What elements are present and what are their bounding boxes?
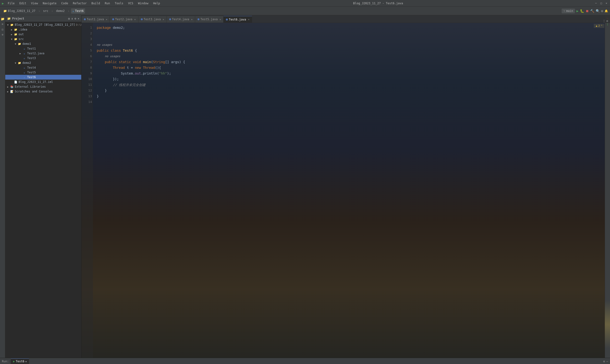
tabs-bar: Test1.java ✕ Test2.java ✕ Test3.java ✕ T… xyxy=(81,15,610,23)
tree-item-test5[interactable]: ▶ ☕ Test5 xyxy=(5,70,81,75)
tree-label-idea: .idea xyxy=(19,28,27,31)
tab-run-close[interactable]: ✕ xyxy=(25,360,27,363)
tab-close-test1[interactable]: ✕ xyxy=(106,18,107,21)
menu-navigate[interactable]: Navigate xyxy=(41,1,58,5)
tree-path: D:\ProjectJAVA\ xyxy=(76,23,81,26)
tree-item-test3[interactable]: ▶ ☕ Test3 xyxy=(5,56,81,61)
nav-bar: 📁 Blog_J2023_11_27 › src › demo2 › ☕ Tes… xyxy=(0,7,610,15)
tree-item-iml[interactable]: ▶ 📄 Blog_J2023_11_27.iml xyxy=(5,79,81,84)
code-line-9: System. out .println( "hh" ); xyxy=(97,70,606,76)
stop-button[interactable]: ⏹ xyxy=(585,9,589,13)
tab-close-test2[interactable]: ✕ xyxy=(134,18,136,21)
tree-item-idea[interactable]: ▶ 📁 .idea xyxy=(5,27,81,32)
menu-view[interactable]: View xyxy=(29,1,40,5)
tab-close-test3[interactable]: ✕ xyxy=(163,18,164,21)
tree-arrow-extlib: ▶ xyxy=(7,86,10,88)
search-icon[interactable]: 🔍 xyxy=(596,9,600,13)
project-icon-scope[interactable]: ◎ xyxy=(68,17,70,20)
minimize-button[interactable]: ─ xyxy=(594,2,597,5)
extlib-icon: 📚 xyxy=(10,85,14,89)
code-area: ▲ 2 ⌃ Test1.java ✕ Test2.java ✕ Test3.ja… xyxy=(81,15,610,358)
warning-indicator[interactable]: ▲ 2 ⌃ xyxy=(594,24,604,28)
bottom-settings-icon[interactable]: ⚙ xyxy=(603,360,605,363)
tab-test3[interactable]: Test3.java ✕ xyxy=(138,16,167,23)
menu-edit[interactable]: Edit xyxy=(17,1,28,5)
tab-overflow-icon[interactable]: ⋮ xyxy=(603,19,606,23)
tree-item-demo2[interactable]: ▼ 📁 demo2 xyxy=(5,61,81,65)
tab-test5[interactable]: Test5.java ✕ xyxy=(195,16,223,23)
menu-file[interactable]: File xyxy=(6,1,16,5)
code-println-end: ); xyxy=(167,70,171,76)
nav-tab-file[interactable]: ☕ Test6 xyxy=(71,8,85,13)
title-bar: ▶ File Edit View Navigate Code Refactor … xyxy=(0,0,610,7)
tree-item-src[interactable]: ▼ 📁 src xyxy=(5,37,81,41)
tree-item-test1[interactable]: ▶ ☕ Test1 xyxy=(5,46,81,51)
tab-test4[interactable]: Test4.java ✕ xyxy=(167,16,195,23)
menu-run[interactable]: Run xyxy=(103,1,112,5)
tree-item-test2[interactable]: ▶ ☕ Test2.java xyxy=(5,51,81,56)
nav-project-icon[interactable]: 📁 Blog_J2023_11_27 xyxy=(2,8,37,13)
tree-item-demo1[interactable]: ▼ 📁 demo1 xyxy=(5,41,81,46)
indent-11 xyxy=(97,82,113,88)
project-icon-collapse[interactable]: ↕ xyxy=(71,17,73,20)
tab-settings-icon[interactable]: ⚙ xyxy=(606,19,608,23)
nav-project-label: Blog_J2023_11_27 xyxy=(8,9,36,13)
menu-build[interactable]: Build xyxy=(90,1,102,5)
nav-demo2-label: demo2 xyxy=(56,9,65,13)
warning-chevron: ⌃ xyxy=(601,24,602,27)
branch-selector[interactable]: ⑂ main xyxy=(562,9,575,13)
tree-item-scratches[interactable]: ▶ 📝 Scratches and Consoles xyxy=(5,89,81,94)
code-line-11: // 线程并未完全创建 xyxy=(97,82,606,88)
nav-demo2[interactable]: demo2 xyxy=(54,8,66,13)
tab-test6[interactable]: Test6.java ✕ xyxy=(223,16,252,23)
java-test3-icon: ☕ xyxy=(22,56,26,60)
tab-label-test3: Test3.java xyxy=(144,18,161,21)
menu-help[interactable]: Help xyxy=(151,1,162,5)
sidebar-icon-3[interactable]: ⚙ xyxy=(0,32,5,37)
settings-icon[interactable]: ⚙ xyxy=(601,9,603,13)
code-line-6: no usages xyxy=(97,53,606,59)
sidebar-icon-2[interactable]: ◫ xyxy=(0,27,5,31)
menu-window[interactable]: Window xyxy=(136,1,150,5)
kw-thread-new: Thread xyxy=(143,65,155,70)
run-button[interactable]: ▶ xyxy=(576,9,578,13)
tree-item-test6[interactable]: ▶ ☕ Test6 xyxy=(5,75,81,79)
build-button[interactable]: 🔨 xyxy=(590,9,594,13)
tree-arrow-demo2: ▼ xyxy=(15,62,18,64)
debug-button[interactable]: 🐛 xyxy=(580,9,584,13)
tree-item-root[interactable]: ▼ 📁 Blog_J2023_11_27 [Blog_J2023_11_27] … xyxy=(5,22,81,27)
sidebar-icon-1[interactable]: ≡ xyxy=(0,22,5,26)
string-hh: "hh" xyxy=(159,70,167,76)
tree-item-extlib[interactable]: ▶ 📚 External Libraries xyxy=(5,84,81,89)
tree-label-test2: Test2.java xyxy=(27,52,44,55)
menu-refactor[interactable]: Refactor xyxy=(71,1,89,5)
tab-run-test6[interactable]: ▶ Test6 ✕ xyxy=(11,359,29,364)
tab-close-test6[interactable]: ✕ xyxy=(248,18,249,21)
tab-test1[interactable]: Test1.java ✕ xyxy=(81,16,110,23)
project-icon-settings[interactable]: ⚙ xyxy=(75,17,76,20)
tab-label-test1: Test1.java xyxy=(87,18,104,21)
tree-label-out: out xyxy=(19,33,24,36)
title-bar-right: ─ □ ✕ xyxy=(594,2,608,5)
project-icon-close[interactable]: ✕ xyxy=(78,17,79,20)
folder-root-icon: 📁 xyxy=(10,23,14,27)
tab-close-test5[interactable]: ✕ xyxy=(220,18,221,21)
tab-close-test4[interactable]: ✕ xyxy=(191,18,193,21)
tree-item-out[interactable]: ▶ 📁 out xyxy=(5,32,81,37)
menu-vcs[interactable]: VCS xyxy=(126,1,135,5)
tree-arrow-idea: ▶ xyxy=(11,28,14,31)
project-tool-button[interactable]: 📁 xyxy=(0,17,5,21)
code-content[interactable]: package demo2; no usages public class Te… xyxy=(93,23,610,358)
java-test4-icon: ☕ xyxy=(22,66,26,70)
close-button[interactable]: ✕ xyxy=(605,2,608,5)
bottom-minimize-icon[interactable]: — xyxy=(606,360,608,363)
run-label: Run: xyxy=(2,360,9,363)
menu-code[interactable]: Code xyxy=(59,1,70,5)
tab-test2[interactable]: Test2.java ✕ xyxy=(110,16,138,23)
maximize-button[interactable]: □ xyxy=(599,2,603,5)
nav-src[interactable]: src xyxy=(42,8,50,13)
notification-icon[interactable]: 🔔 xyxy=(605,9,608,13)
java-test5-icon: ☕ xyxy=(22,70,26,74)
menu-tools[interactable]: Tools xyxy=(113,1,125,5)
tree-item-test4[interactable]: ▶ ☕ Test4 xyxy=(5,65,81,70)
